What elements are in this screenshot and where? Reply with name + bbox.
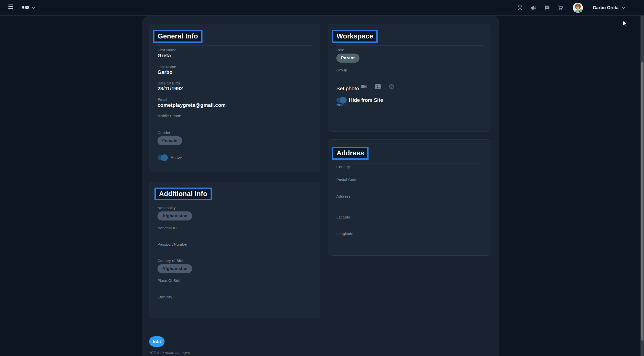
card-title: General Info	[158, 32, 198, 40]
active-toggle-label: Active	[171, 155, 182, 160]
user-name: Garbo Greta	[593, 5, 619, 10]
workspace-card: Workspace Role Parent Group Set photo	[328, 24, 491, 132]
notes-label: Notes	[336, 103, 346, 107]
role-label: Role	[336, 48, 344, 52]
footer-divider	[149, 334, 491, 334]
general-info-card: General Info First Name Greta Last Name …	[149, 24, 320, 172]
hide-from-site-label: Hide from Site	[349, 97, 383, 103]
additional-info-card: Additional Info Nationality Afghanistan …	[149, 182, 320, 318]
first-name-label: First Name	[157, 48, 176, 52]
general-info-title-box: General Info	[153, 30, 203, 43]
role-chip: Parent	[336, 54, 359, 63]
hamburger-menu-icon[interactable]	[8, 5, 14, 11]
chevron-down-icon	[622, 6, 625, 10]
last-name-label: Last Name	[157, 65, 176, 69]
remove-photo-icon[interactable]	[388, 83, 394, 90]
divider	[157, 203, 312, 203]
card-title: Additional Info	[159, 190, 207, 198]
active-toggle[interactable]	[157, 155, 167, 160]
profile-content-panel: General Info First Name Greta Last Name …	[142, 16, 499, 356]
email-value: cometplaygreta@gmail.com	[157, 102, 226, 108]
fullscreen-icon[interactable]	[516, 4, 524, 11]
mobile-phone-label: Mobile Phone	[157, 114, 181, 118]
hide-from-site-toggle[interactable]	[336, 98, 346, 103]
navbar-actions: Garbo Greta	[516, 0, 626, 16]
chat-icon[interactable]	[544, 4, 551, 11]
image-upload-icon[interactable]	[375, 83, 381, 90]
ethnicity-label: Ethnicity	[157, 295, 172, 299]
scrollbar-track	[640, 16, 644, 356]
gender-label: Gender	[157, 130, 170, 135]
date-of-birth-value: 28/11/1992	[157, 86, 183, 92]
divider	[157, 45, 312, 46]
nationality-label: Nationality	[157, 206, 176, 210]
postal-code-label: Postal Code	[336, 177, 357, 182]
video-capture-icon[interactable]	[361, 83, 367, 90]
card-title: Address	[337, 149, 364, 157]
card-title: Workspace	[337, 32, 373, 40]
edit-button[interactable]: Edit	[149, 336, 165, 347]
scrollbar-thumb[interactable]	[641, 62, 643, 341]
workspace-selector-label: B68	[21, 5, 29, 10]
address-card: Address Country Postal Code Address Lati…	[328, 139, 491, 256]
address-label: Address	[336, 194, 350, 198]
longitude-label: Longitude	[336, 232, 353, 236]
national-id-label: National ID	[157, 226, 177, 230]
country-of-birth-label: Country of Birth	[157, 258, 184, 263]
gender-chip: Female	[157, 136, 182, 145]
place-of-birth-label: Place Of Birth	[157, 278, 181, 283]
nationality-chip: Afghanistan	[157, 211, 192, 220]
additional-info-title-box: Additional Info	[154, 188, 212, 200]
user-menu[interactable]: Garbo Greta	[593, 5, 626, 10]
passport-number-label: Passport Number	[157, 242, 188, 246]
active-toggle-row: Active	[157, 155, 182, 160]
workspace-selector[interactable]: B68	[21, 0, 35, 16]
online-status-dot	[580, 10, 582, 13]
address-title-box: Address	[332, 147, 369, 160]
country-label: Country	[336, 165, 350, 169]
cart-icon[interactable]	[557, 4, 564, 11]
country-of-birth-chip: Afghanistan	[157, 264, 192, 273]
latitude-label: Latitude	[336, 215, 350, 219]
top-navbar: B68	[0, 0, 644, 16]
workspace-title-box: Workspace	[332, 30, 378, 43]
divider	[336, 45, 483, 46]
group-label: Group	[336, 68, 347, 72]
mouse-cursor-icon	[622, 21, 628, 28]
last-name-value: Garbo	[157, 69, 173, 75]
hide-from-site-toggle-row: Hide from Site	[336, 97, 383, 103]
first-name-value: Greta	[157, 53, 171, 59]
set-photo-label: Set photo	[336, 85, 359, 92]
edit-hint-note: *Click to make changes	[149, 350, 190, 355]
chevron-down-icon	[32, 6, 35, 10]
megaphone-icon[interactable]	[530, 4, 537, 11]
email-label: Email	[157, 97, 167, 102]
avatar[interactable]	[573, 3, 583, 13]
date-of-birth-label: Date Of Birth	[157, 81, 180, 85]
divider	[336, 163, 483, 163]
